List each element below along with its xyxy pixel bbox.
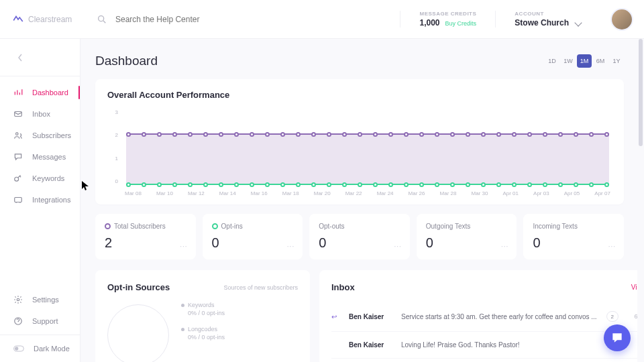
inbox-panel: Inbox View All ↩ Ben Kaiser Service star…	[319, 270, 637, 362]
stat-trend: ···	[287, 243, 294, 250]
y-tick: 2	[107, 132, 118, 138]
sidebar: Dashboard Inbox Subscribers Messages Key…	[0, 39, 80, 362]
legend-value: 0% / 0 opt-ins	[181, 310, 225, 316]
stat-trend: ···	[180, 243, 187, 250]
chevron-left-icon	[17, 54, 23, 62]
sidebar-back[interactable]	[0, 39, 80, 76]
stat-total-subscribers[interactable]: Total Subscribers 2 ···	[95, 214, 196, 259]
y-tick: 1	[107, 156, 118, 162]
chart-card: Overall Account Performance 3 2 1 0 Mar …	[95, 79, 624, 204]
stat-value: 0	[319, 235, 400, 251]
avatar[interactable]	[612, 9, 632, 29]
integrations-icon	[13, 195, 23, 204]
sidebar-item-subscribers[interactable]: Subscribers	[0, 125, 80, 146]
stat-label: Outgoing Texts	[426, 223, 471, 230]
sidebar-item-messages[interactable]: Messages	[0, 146, 80, 168]
scrollbar-thumb[interactable]	[639, 39, 643, 146]
inbox-row[interactable]: ↩ Ben Kaiser Service starts at 9:30 am. …	[331, 302, 637, 332]
bullet-icon	[181, 328, 184, 331]
sidebar-item-keywords[interactable]: Keywords	[0, 168, 80, 189]
sidebar-item-label: Dashboard	[32, 88, 68, 97]
sidebar-item-label: Messages	[32, 153, 66, 161]
sidebar-item-dashboard[interactable]: Dashboard	[0, 82, 80, 103]
buy-credits-link[interactable]: Buy Credits	[445, 20, 477, 27]
stat-optouts[interactable]: Opt-outs 0 ···	[309, 214, 410, 259]
dark-mode-toggle[interactable]: Dark Mode	[0, 335, 80, 362]
sidebar-item-label: Support	[32, 317, 58, 325]
topbar: Clearstream MESSAGE CREDITS 1,000 Buy Cr…	[0, 0, 644, 39]
stat-outgoing[interactable]: Outgoing Texts 0 ···	[417, 214, 517, 259]
toggle-icon	[13, 345, 24, 352]
range-1d[interactable]: 1D	[545, 54, 559, 68]
search-icon	[97, 14, 107, 25]
scrollbar[interactable]	[639, 39, 643, 362]
sidebar-item-label: Integrations	[32, 196, 70, 204]
stat-trend: ···	[394, 243, 401, 250]
brand-logo[interactable]: Clearstream	[0, 13, 80, 25]
account-label: ACCOUNT	[515, 11, 581, 17]
bullet-icon	[181, 304, 184, 307]
range-picker: 1D 1W 1M 6M 1Y	[545, 54, 624, 68]
svg-point-8	[15, 347, 18, 350]
stats-row: Total Subscribers 2 ··· Opt-ins 0 ··· Op…	[95, 214, 624, 259]
inbox-row[interactable]: Ben Kaiser Loving Life! Praise God. Than…	[331, 332, 637, 359]
stat-trend: ···	[608, 243, 616, 250]
inbox-msg: Loving Life! Praise God. Thanks Pastor!	[401, 341, 619, 349]
legend-name: Keywords	[188, 302, 215, 308]
stat-incoming[interactable]: Incoming Texts 0 ···	[523, 214, 624, 259]
credits-label: MESSAGE CREDITS	[419, 11, 476, 17]
sidebar-item-label: Subscribers	[32, 131, 71, 139]
optin-subtitle: Sources of new subscribers	[223, 284, 298, 291]
panels: Opt-in Sources Sources of new subscriber…	[95, 270, 624, 362]
range-1m[interactable]: 1M	[577, 54, 592, 68]
legend-value: 0% / 0 opt-ins	[181, 334, 225, 341]
search-container	[80, 14, 400, 25]
stat-label: Opt-outs	[319, 223, 344, 230]
chat-fab[interactable]	[604, 324, 631, 351]
inbox-sender: Ben Kaiser	[349, 313, 392, 320]
reply-icon: ↩	[331, 313, 339, 320]
inbox-badge: 2	[606, 311, 619, 322]
y-tick: 3	[107, 109, 118, 115]
sidebar-item-label: Settings	[32, 296, 59, 304]
range-6m[interactable]: 6M	[593, 54, 608, 68]
chart: 3 2 1 0 Mar 08Mar 10Mar 12Mar 14Mar 16Ma…	[107, 109, 612, 196]
stat-trend: ···	[501, 243, 508, 250]
svg-rect-4	[15, 198, 22, 202]
messages-icon	[13, 152, 23, 162]
range-1w[interactable]: 1W	[561, 54, 576, 68]
credits-amount: 1,000	[419, 18, 439, 27]
stat-optins[interactable]: Opt-ins 0 ···	[203, 214, 303, 259]
view-all-link[interactable]: View All	[631, 284, 637, 291]
stat-label: Opt-ins	[221, 223, 243, 230]
account-block[interactable]: ACCOUNT Stowe Church	[495, 11, 600, 27]
y-tick: 0	[107, 178, 118, 184]
sidebar-item-support[interactable]: Support	[0, 310, 80, 332]
stat-label: Total Subscribers	[114, 223, 166, 230]
sidebar-nav: Dashboard Inbox Subscribers Messages Key…	[0, 76, 80, 289]
sidebar-item-inbox[interactable]: Inbox	[0, 103, 80, 125]
svg-point-2	[16, 133, 19, 135]
brand-name: Clearstream	[28, 15, 72, 24]
legend-name: Longcodes	[188, 326, 217, 333]
optin-title: Opt-in Sources	[107, 282, 170, 292]
svg-point-0	[99, 15, 104, 21]
account-name: Stowe Church	[515, 18, 569, 27]
donut-chart	[107, 304, 169, 362]
stat-value: 0	[533, 235, 614, 251]
range-1y[interactable]: 1Y	[609, 54, 624, 68]
help-icon	[13, 316, 23, 326]
ring-icon	[105, 223, 111, 229]
legend-item: Longcodes 0% / 0 opt-ins	[181, 326, 225, 341]
sidebar-item-integrations[interactable]: Integrations	[0, 189, 80, 210]
page-header: Dashboard 1D 1W 1M 6M 1Y	[95, 54, 624, 68]
stat-value: 0	[212, 235, 294, 251]
sidebar-item-settings[interactable]: Settings	[0, 289, 80, 310]
sidebar-bottom: Settings Support	[0, 289, 80, 335]
chart-fill	[126, 134, 609, 184]
sidebar-item-label: Inbox	[32, 110, 50, 118]
search-input[interactable]	[115, 15, 290, 24]
legend-item: Keywords 0% / 0 opt-ins	[181, 302, 225, 316]
main: Dashboard 1D 1W 1M 6M 1Y Overall Account…	[80, 39, 637, 362]
chat-icon	[610, 331, 624, 345]
